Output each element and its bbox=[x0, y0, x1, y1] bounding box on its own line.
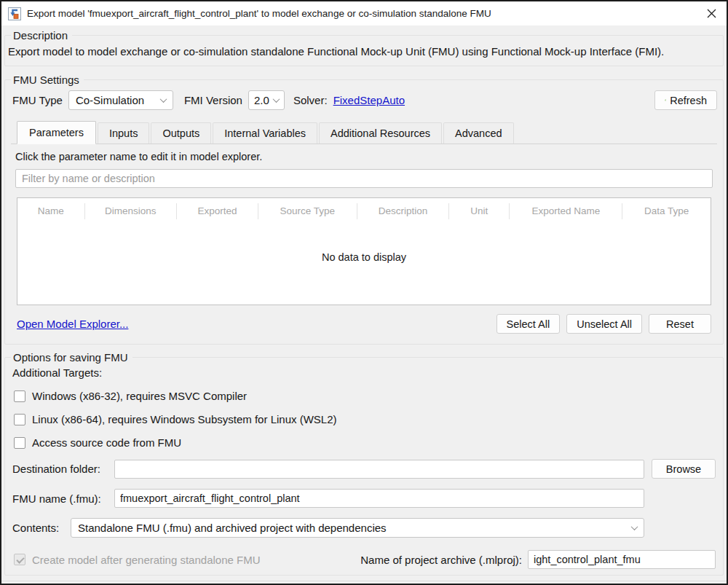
description-text: Export model to model exchange or co-sim… bbox=[8, 45, 719, 58]
contents-value: Standalone FMU (.fmu) and archived proje… bbox=[78, 522, 387, 534]
destination-folder-label: Destination folder: bbox=[12, 463, 114, 475]
column-header-source-type: Source Type bbox=[258, 203, 357, 219]
solver-label: Solver: bbox=[293, 94, 328, 106]
refresh-button[interactable]: Refresh bbox=[654, 90, 717, 110]
create-model-checkbox bbox=[14, 554, 25, 565]
table-empty-message: No data to display bbox=[17, 224, 711, 305]
fmu-name-label: FMU name (.fmu): bbox=[12, 492, 114, 505]
target-checkbox-label: Windows (x86-32), requires MSVC Compiler bbox=[32, 390, 247, 402]
close-button[interactable] bbox=[702, 4, 721, 23]
tab-outputs[interactable]: Outputs bbox=[151, 122, 211, 144]
window-title: Export model 'fmuexport_aircraft_flight_… bbox=[27, 8, 702, 19]
tab-advanced[interactable]: Advanced bbox=[443, 122, 514, 144]
solver-link[interactable]: FixedStepAuto bbox=[333, 94, 405, 106]
dialog-footer: Create Cancel Help bbox=[1, 581, 727, 585]
description-group: Description Export model to model exchan… bbox=[4, 35, 724, 66]
target-checkbox-2[interactable] bbox=[14, 437, 25, 449]
fmu-name-row: FMU name (.fmu): bbox=[9, 489, 716, 508]
unselect-all-button[interactable]: Unselect All bbox=[566, 314, 642, 334]
fmu-type-label: FMU Type bbox=[12, 94, 63, 106]
column-header-data-type: Data Type bbox=[622, 203, 711, 219]
export-fmu-dialog: Export model 'fmuexport_aircraft_flight_… bbox=[0, 0, 728, 585]
checkbox-row: Access source code from FMU bbox=[9, 436, 716, 449]
titlebar: Export model 'fmuexport_aircraft_flight_… bbox=[1, 1, 727, 25]
fmi-version-value: 2.0 bbox=[254, 94, 269, 106]
create-model-label: Create model after generating standalone… bbox=[32, 554, 261, 566]
column-header-unit: Unit bbox=[448, 203, 509, 219]
contents-label: Contents: bbox=[12, 522, 71, 534]
parameters-table: NameDimensionsExportedSource TypeDescrip… bbox=[17, 197, 711, 305]
fmu-export-app-icon bbox=[8, 7, 21, 20]
contents-select[interactable]: Standalone FMU (.fmu) and archived proje… bbox=[71, 518, 644, 538]
checkbox-row: Windows (x86-32), requires MSVC Compiler bbox=[9, 390, 716, 402]
select-all-button[interactable]: Select All bbox=[496, 314, 561, 334]
fmu-settings-group: FMU Settings FMU Type Co-Simulation FMI … bbox=[4, 79, 724, 345]
tab-internal-variables[interactable]: Internal Variables bbox=[213, 122, 317, 144]
table-actions-row: Open Model Explorer... Select All Unsele… bbox=[17, 314, 711, 334]
destination-folder-input[interactable] bbox=[114, 460, 644, 479]
close-icon bbox=[707, 9, 716, 18]
tab-inputs[interactable]: Inputs bbox=[98, 122, 150, 144]
additional-targets-label: Additional Targets: bbox=[9, 366, 716, 379]
chevron-down-icon bbox=[272, 95, 280, 103]
options-group: Options for saving FMU Additional Target… bbox=[4, 357, 724, 576]
parameters-hint: Click the parameter name to edit it in m… bbox=[15, 151, 713, 162]
browse-button[interactable]: Browse bbox=[652, 459, 716, 479]
project-archive-input[interactable] bbox=[528, 550, 716, 569]
target-checkbox-0[interactable] bbox=[14, 390, 25, 402]
fmi-version-select[interactable]: 2.0 bbox=[248, 90, 285, 110]
checkbox-row: Linux (x86-64), requires Windows Subsyst… bbox=[9, 413, 716, 425]
table-header-row: NameDimensionsExportedSource TypeDescrip… bbox=[17, 198, 711, 224]
fmu-settings-row: FMU Type Co-Simulation FMI Version 2.0 S… bbox=[11, 90, 717, 110]
fmu-settings-legend: FMU Settings bbox=[11, 73, 84, 87]
refresh-icon bbox=[665, 95, 666, 106]
additional-targets-list: Windows (x86-32), requires MSVC Compiler… bbox=[9, 390, 716, 449]
refresh-label: Refresh bbox=[670, 95, 707, 106]
target-checkbox-1[interactable] bbox=[14, 414, 25, 425]
open-model-explorer-link[interactable]: Open Model Explorer... bbox=[17, 318, 128, 330]
column-header-exported-name: Exported Name bbox=[509, 203, 622, 219]
filter-input[interactable] bbox=[15, 169, 713, 188]
description-legend: Description bbox=[11, 28, 72, 42]
destination-folder-row: Destination folder: Browse bbox=[9, 459, 716, 479]
fmu-type-select[interactable]: Co-Simulation bbox=[68, 90, 173, 110]
fmi-version-label: FMI Version bbox=[184, 94, 242, 106]
chevron-down-icon bbox=[159, 95, 167, 103]
tab-parameters[interactable]: Parameters bbox=[17, 121, 96, 144]
fmu-type-value: Co-Simulation bbox=[76, 94, 144, 106]
tab-additional-resources[interactable]: Additional Resources bbox=[319, 122, 442, 144]
target-checkbox-label: Linux (x86-64), requires Windows Subsyst… bbox=[32, 413, 337, 425]
reset-button[interactable]: Reset bbox=[649, 314, 711, 334]
create-model-row: Create model after generating standalone… bbox=[9, 550, 716, 569]
fmu-name-input[interactable] bbox=[114, 489, 644, 508]
column-header-exported: Exported bbox=[176, 203, 258, 219]
chevron-down-icon bbox=[631, 523, 638, 530]
target-checkbox-label: Access source code from FMU bbox=[32, 436, 181, 449]
column-header-name: Name bbox=[17, 203, 84, 219]
options-legend: Options for saving FMU bbox=[11, 350, 132, 364]
contents-row: Contents: Standalone FMU (.fmu) and arch… bbox=[9, 518, 716, 538]
column-header-dimensions: Dimensions bbox=[84, 203, 176, 219]
column-header-description: Description bbox=[357, 203, 448, 219]
project-archive-label: Name of project archive (.mlproj): bbox=[360, 554, 522, 566]
tab-bar: ParametersInputsOutputsInternal Variable… bbox=[11, 121, 717, 144]
